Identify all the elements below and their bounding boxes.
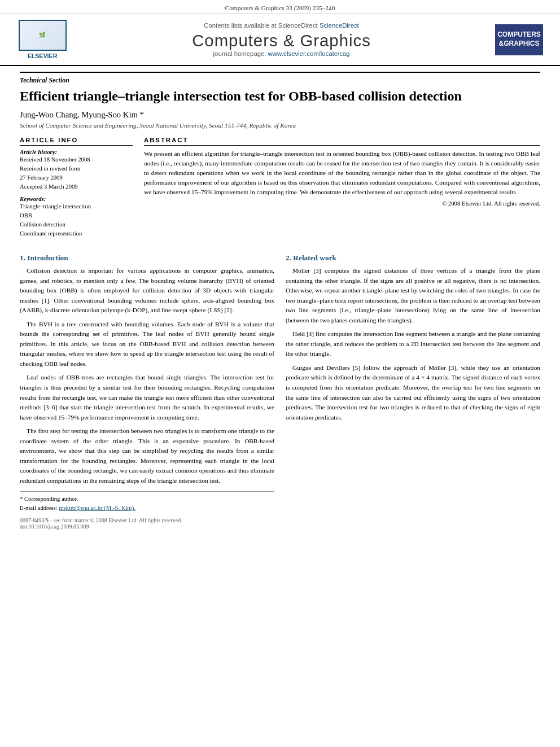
journal-title: Computers & Graphics bbox=[68, 31, 495, 50]
cg-logo: COMPUTERS&GRAPHICS bbox=[495, 24, 543, 55]
article-info-box: ARTICLE INFO Article history: Received 1… bbox=[20, 137, 133, 243]
sciencedirect-link[interactable]: ScienceDirect bbox=[320, 22, 359, 29]
cg-logo-text: COMPUTERS&GRAPHICS bbox=[497, 30, 541, 48]
journal-header: 🌿 ELSEVIER Contents lists available at S… bbox=[0, 14, 560, 66]
article-affiliation: School of Computer Science and Engineeri… bbox=[20, 122, 540, 129]
elsevier-logo-graphic: 🌿 bbox=[39, 32, 46, 38]
main-content: 1. Introduction Collision detection is i… bbox=[20, 251, 540, 530]
related-para-2: Held [4] first computes the intersection… bbox=[286, 329, 540, 359]
article-info-abstract: ARTICLE INFO Article history: Received 1… bbox=[20, 137, 540, 243]
related-para-1: Möller [3] computes the signed distances… bbox=[286, 266, 540, 325]
journal-citation: Computers & Graphics 33 (2009) 235–240 bbox=[225, 5, 335, 11]
footnote-star: * Corresponding author. bbox=[20, 495, 274, 504]
col-right: 2. Related work Möller [3] computes the … bbox=[286, 251, 540, 530]
bottom-meta: 0097-8493/$ - see front matter © 2008 El… bbox=[20, 517, 274, 530]
footnote-email: E-mail address: mskim@snu.ac.kr (M.-S. K… bbox=[20, 504, 274, 513]
homepage-line: journal homepage: www.elsevier.com/locat… bbox=[68, 50, 495, 57]
footnote-email-link[interactable]: mskim@snu.ac.kr (M.-S. Kim). bbox=[59, 505, 135, 511]
intro-para-1: Collision detection is important for var… bbox=[20, 266, 274, 316]
elsevier-wordmark: ELSEVIER bbox=[28, 53, 58, 59]
intro-para-2: The BVH is a tree constructed with bound… bbox=[20, 320, 274, 369]
footnote-area: * Corresponding author. E-mail address: … bbox=[20, 491, 274, 513]
homepage-url[interactable]: www.elsevier.com/locate/cag bbox=[268, 50, 350, 57]
page: Computers & Graphics 33 (2009) 235–240 🌿… bbox=[0, 0, 560, 747]
article-authors: Jung-Woo Chang, Myung-Soo Kim * bbox=[20, 110, 540, 120]
article-title: Efficient triangle–triangle intersection… bbox=[20, 88, 540, 104]
intro-para-3: Leaf nodes of OBB-trees are rectangles t… bbox=[20, 373, 274, 422]
intro-section-title: 1. Introduction bbox=[20, 254, 274, 263]
abstract-box: ABSTRACT We present an efficient algorit… bbox=[144, 137, 540, 243]
contents-line: Contents lists available at ScienceDirec… bbox=[68, 22, 495, 29]
abstract-text: We present an efficient algorithm for tr… bbox=[144, 149, 540, 197]
journal-header-center: Contents lists available at ScienceDirec… bbox=[68, 22, 495, 57]
intro-para-4: The first step for testing the intersect… bbox=[20, 426, 274, 486]
elsevier-logo: 🌿 ELSEVIER bbox=[17, 20, 68, 59]
technical-section-label: Technical Section bbox=[20, 72, 540, 85]
elsevier-logo-box: 🌿 bbox=[19, 20, 67, 51]
related-section-title: 2. Related work bbox=[286, 254, 540, 263]
article-history: Article history: Received 18 November 20… bbox=[20, 149, 133, 191]
article-keywords: Keywords: Triangle–triangle intersection… bbox=[20, 196, 133, 238]
abstract-header: ABSTRACT bbox=[144, 137, 540, 146]
article-info-header: ARTICLE INFO bbox=[20, 137, 133, 146]
top-meta: Computers & Graphics 33 (2009) 235–240 bbox=[0, 0, 560, 14]
article-body: Technical Section Efficient triangle–tri… bbox=[0, 66, 560, 541]
copyright-line: © 2008 Elsevier Ltd. All rights reserved… bbox=[144, 200, 540, 207]
col-left: 1. Introduction Collision detection is i… bbox=[20, 251, 274, 530]
related-para-3: Guigue and Devillers [5] follow the appr… bbox=[286, 363, 540, 422]
